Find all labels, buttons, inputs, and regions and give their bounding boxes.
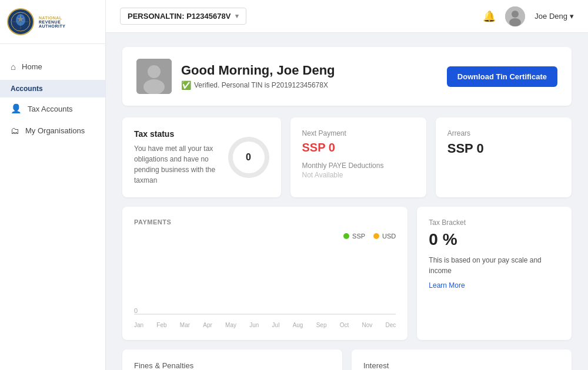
sidebar-item-home-label: Home xyxy=(22,62,42,71)
legend-usd-label: USD xyxy=(382,233,396,240)
cards-row-1: Tax status You have met all your tax obl… xyxy=(122,117,572,197)
month-nov: Nov xyxy=(362,322,372,328)
card-payments: PAYMENTS SSP USD 0 xyxy=(122,207,407,340)
card-tax-status: Tax status You have met all your tax obl… xyxy=(122,117,281,197)
arrears-label: Arrears xyxy=(447,129,560,137)
month-apr: Apr xyxy=(203,322,212,328)
legend-ssp: SSP xyxy=(343,233,365,240)
nra-logo xyxy=(7,8,34,35)
sidebar-item-my-organisations[interactable]: 🗂 My Organisations xyxy=(0,120,105,142)
tax-status-donut: 0 xyxy=(228,137,269,178)
learn-more-link[interactable]: Learn More xyxy=(429,281,465,290)
paye-label: Monthly PAYE Deductions xyxy=(302,162,415,170)
org-line3: AUTHORITY xyxy=(39,24,65,28)
content-area: Good Morning, Joe Deng ✅ Verified. Perso… xyxy=(106,33,588,370)
payments-row: PAYMENTS SSP USD 0 xyxy=(122,207,572,340)
tax-accounts-icon: 👤 xyxy=(11,103,22,114)
topbar-right: 🔔 Joe Deng ▾ xyxy=(483,6,574,26)
month-jul: Jul xyxy=(272,322,280,328)
month-sep: Sep xyxy=(316,322,327,328)
usd-dot xyxy=(373,233,379,239)
tax-status-title: Tax status xyxy=(134,129,219,139)
card-next-payment: Next Payment SSP 0 Monthly PAYE Deductio… xyxy=(290,117,426,197)
card-interest: Interest SSP 0 xyxy=(352,349,572,370)
sidebar-item-tax-accounts-label: Tax Accounts xyxy=(28,105,73,113)
month-aug: Aug xyxy=(293,322,303,328)
card-tax-bracket: Tax Bracket 0 % This is based on your pa… xyxy=(417,207,572,340)
tin-label: PERSONALTIN: P12345678V xyxy=(128,12,230,21)
tax-bracket-description: This is based on your pay scale and inco… xyxy=(429,255,560,276)
accounts-section-label: Accounts xyxy=(11,85,43,93)
avatar xyxy=(505,6,525,26)
paye-value: Not Available xyxy=(302,171,415,179)
month-dec: Dec xyxy=(386,322,396,328)
chart-legend: SSP USD xyxy=(134,233,396,240)
chevron-down-icon: ▾ xyxy=(235,12,239,20)
tax-bracket-percent: 0 % xyxy=(429,230,560,249)
my-organisations-icon: 🗂 xyxy=(11,126,19,136)
user-big-avatar xyxy=(136,59,172,94)
legend-usd: USD xyxy=(373,233,396,240)
legend-ssp-label: SSP xyxy=(352,233,365,240)
svg-point-8 xyxy=(512,11,519,18)
svg-point-12 xyxy=(143,79,165,94)
arrears-amount: SSP 0 xyxy=(447,141,560,156)
chart-months: Jan Feb Mar Apr May Jun Jul Aug Sep Oct … xyxy=(134,319,396,328)
tax-bracket-label: Tax Bracket xyxy=(429,218,560,227)
month-feb: Feb xyxy=(156,322,166,328)
tin-selector[interactable]: PERSONALTIN: P12345678V ▾ xyxy=(120,8,246,25)
month-may: May xyxy=(225,322,236,328)
next-payment-label: Next Payment xyxy=(302,129,415,137)
interest-label: Interest xyxy=(363,361,560,370)
card-arrears: Arrears SSP 0 xyxy=(436,117,572,197)
download-tin-button[interactable]: Download Tin Certificate xyxy=(447,66,557,87)
month-oct: Oct xyxy=(340,322,349,328)
next-payment-amount: SSP 0 xyxy=(302,141,415,154)
sidebar-item-tax-accounts[interactable]: 👤 Tax Accounts xyxy=(0,97,105,120)
svg-point-9 xyxy=(509,18,521,26)
page-header: Good Morning, Joe Deng ✅ Verified. Perso… xyxy=(122,47,572,106)
sidebar: NATIONAL REVENUE AUTHORITY ⌂ Home Accoun… xyxy=(0,0,106,370)
header-info: Good Morning, Joe Deng ✅ Verified. Perso… xyxy=(181,63,335,90)
sidebar-nav: ⌂ Home Accounts 👤 Tax Accounts 🗂 My Orga… xyxy=(0,44,105,142)
verified-badge: ✅ Verified. Personal TIN is P20191234567… xyxy=(181,80,335,90)
header-left: Good Morning, Joe Deng ✅ Verified. Perso… xyxy=(136,59,335,94)
page-greeting: Good Morning, Joe Deng xyxy=(181,63,335,78)
org-line1: NATIONAL xyxy=(39,16,65,20)
tax-status-text: Tax status You have met all your tax obl… xyxy=(134,129,219,186)
tax-status-description: You have met all your tax obligations an… xyxy=(134,143,219,186)
ssp-dot xyxy=(343,233,349,239)
sidebar-accounts-section: Accounts xyxy=(0,80,105,97)
sidebar-item-home[interactable]: ⌂ Home xyxy=(0,56,105,78)
bottom-row: Fines & Penalties SSP 0 Interest SSP 0 xyxy=(122,349,572,370)
user-name[interactable]: Joe Deng ▾ xyxy=(534,12,574,21)
month-mar: Mar xyxy=(180,322,190,328)
org-line2: REVENUE xyxy=(39,20,65,24)
user-chevron-icon: ▾ xyxy=(570,12,574,21)
bell-icon[interactable]: 🔔 xyxy=(483,10,496,23)
verified-text: Verified. Personal TIN is P201912345678X xyxy=(194,81,328,89)
sidebar-item-my-organisations-label: My Organisations xyxy=(25,126,85,135)
card-fines: Fines & Penalties SSP 0 xyxy=(122,349,342,370)
svg-point-11 xyxy=(148,65,161,78)
fines-label: Fines & Penalties xyxy=(134,361,330,370)
month-jan: Jan xyxy=(134,322,143,328)
main-content: PERSONALTIN: P12345678V ▾ 🔔 Joe Deng ▾ xyxy=(106,0,588,370)
payments-title: PAYMENTS xyxy=(134,218,396,226)
month-jun: Jun xyxy=(249,322,259,328)
sidebar-logo: NATIONAL REVENUE AUTHORITY xyxy=(0,0,105,44)
topbar: PERSONALTIN: P12345678V ▾ 🔔 Joe Deng ▾ xyxy=(106,0,588,33)
verified-check-icon: ✅ xyxy=(181,80,191,90)
chart-area: 0 xyxy=(134,244,396,315)
home-icon: ⌂ xyxy=(11,62,16,72)
